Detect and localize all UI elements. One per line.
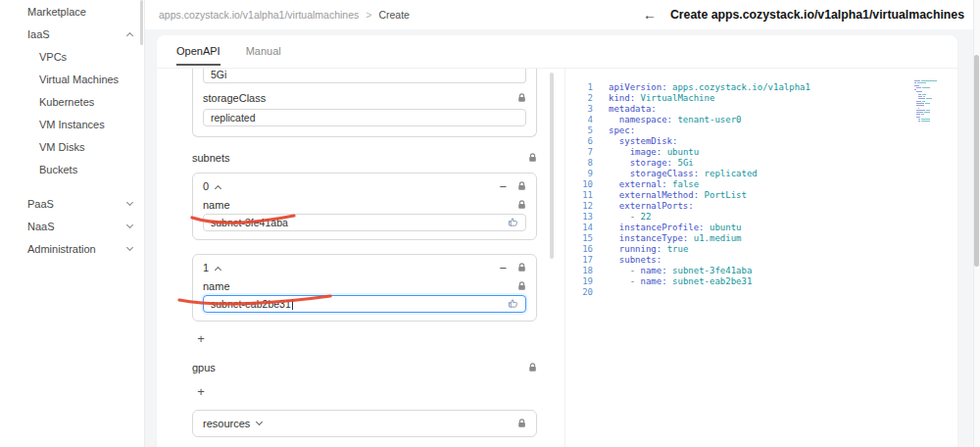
subnet-0-name-input[interactable]: subnet-3fe41aba	[203, 214, 526, 231]
line-number: 12	[565, 201, 609, 212]
lock-icon[interactable]	[517, 263, 526, 273]
subnets-section-label: subnets	[192, 151, 537, 165]
code-line: 5spec:	[565, 125, 957, 136]
openapi-form: 5Gi storageClass replicated subnets 0 −	[192, 69, 537, 447]
sidebar: MarketplaceIaaSVPCsVirtual MachinesKuber…	[0, 0, 145, 447]
breadcrumb-path[interactable]: apps.cozystack.io/v1alpha1/virtualmachin…	[159, 9, 359, 21]
lock-icon[interactable]	[517, 200, 526, 210]
tab-openapi[interactable]: OpenAPI	[176, 45, 220, 66]
page-title: Create apps.cozystack.io/v1alpha1/virtua…	[670, 8, 964, 22]
sidebar-item-label: Marketplace	[27, 6, 86, 18]
line-number: 5	[565, 125, 609, 136]
resources-card[interactable]: resources	[192, 410, 537, 437]
back-arrow-icon[interactable]: ←	[643, 8, 657, 22]
storage-value: 5Gi	[211, 69, 226, 80]
remove-item-icon[interactable]: −	[499, 180, 507, 193]
chevron-down-icon	[256, 419, 263, 425]
sidebar-item-iaas[interactable]: IaaS	[0, 23, 144, 45]
line-number: 1	[565, 82, 609, 93]
line-number: 11	[565, 190, 609, 201]
yaml-editor[interactable]: 1apiVersion: apps.cozystack.io/v1alpha12…	[564, 69, 957, 447]
add-subnet-button[interactable]: +	[194, 331, 208, 347]
gpus-label: gpus	[192, 362, 216, 373]
line-number: 9	[565, 169, 609, 179]
storage-input[interactable]: 5Gi	[203, 69, 526, 83]
lock-icon[interactable]	[528, 363, 537, 372]
collapse-chevron-icon[interactable]	[215, 184, 221, 191]
tab-manual[interactable]: Manual	[246, 45, 281, 66]
sidebar-item-kubernetes[interactable]: Kubernetes	[0, 90, 144, 113]
text-cursor	[292, 299, 293, 310]
line-number: 19	[565, 276, 609, 287]
sidebar-item-vm-disks[interactable]: VM Disks	[0, 135, 144, 158]
lock-icon[interactable]	[517, 93, 526, 103]
sidebar-item-virtual-machines[interactable]: Virtual Machines	[0, 68, 144, 90]
code-line: 10 external: false	[565, 179, 957, 190]
code-line: 6 systemDisk:	[565, 136, 957, 147]
code-line: 2kind: VirtualMachine	[565, 93, 957, 104]
code-line: 8 storage: 5Gi	[565, 158, 957, 169]
code-line: 20	[565, 287, 957, 298]
code-line: 15 instanceType: u1.medium	[565, 233, 957, 244]
sidebar-item-marketplace[interactable]: Marketplace	[0, 0, 144, 23]
sidebar-item-vpcs[interactable]: VPCs	[0, 45, 144, 68]
storageclass-input[interactable]: replicated	[203, 109, 526, 126]
resources-label: resources	[203, 418, 250, 429]
code-line: 19 - name: subnet-eab2be31	[565, 276, 957, 287]
lock-icon[interactable]	[528, 153, 537, 163]
code-line: 1apiVersion: apps.cozystack.io/v1alpha1	[565, 82, 957, 93]
subnet-1-name-label: name	[203, 280, 230, 292]
sidebar-scrollbar-thumb[interactable]	[140, 0, 143, 45]
editor-minimap[interactable]	[914, 80, 942, 125]
collapse-chevron-icon[interactable]	[215, 266, 221, 273]
gpus-section-label: gpus	[192, 361, 537, 374]
chevron-up-icon	[126, 31, 133, 38]
lock-icon[interactable]	[517, 419, 526, 428]
breadcrumb-current: Create	[378, 9, 410, 21]
subnet-0-index: 0	[203, 180, 209, 192]
sidebar-item-paas[interactable]: PaaS	[0, 192, 144, 215]
line-number: 8	[565, 158, 609, 169]
chevron-down-icon	[126, 221, 133, 227]
line-number: 20	[565, 287, 609, 298]
sidebar-item-naas[interactable]: NaaS	[0, 215, 144, 237]
code-line: 17 subnets:	[565, 255, 957, 266]
line-number: 6	[565, 136, 609, 147]
subnet-0-name-label: name	[203, 199, 230, 211]
sidebar-item-buckets[interactable]: Buckets	[0, 158, 144, 180]
line-number: 18	[565, 266, 609, 276]
subnet-item-1-card: 1 − name subnet-eab2be31	[192, 254, 537, 322]
sidebar-item-label: Kubernetes	[39, 96, 94, 108]
code-line: 16 running: true	[565, 244, 957, 255]
code-line: 14 instanceProfile: ubuntu	[565, 223, 957, 233]
breadcrumb-separator: >	[366, 9, 371, 21]
subnet-1-name-input[interactable]: subnet-eab2be31	[203, 295, 526, 313]
code-line: 12 externalPorts:	[565, 201, 957, 212]
form-scrollbar-thumb[interactable]	[550, 73, 554, 259]
sidebar-item-label: Administration	[27, 243, 96, 255]
sidebar-item-label: VM Disks	[39, 141, 84, 153]
top-header: apps.cozystack.io/v1alpha1/virtualmachin…	[145, 0, 980, 29]
line-number: 3	[565, 104, 609, 115]
line-number: 14	[565, 223, 609, 233]
add-gpu-button[interactable]: +	[194, 384, 208, 400]
editor-tabs: OpenAPI Manual	[176, 45, 281, 66]
lock-icon[interactable]	[517, 181, 526, 191]
line-number: 15	[565, 233, 609, 244]
subnet-1-index: 1	[203, 262, 209, 273]
sidebar-item-vm-instances[interactable]: VM Instances	[0, 113, 144, 135]
remove-item-icon[interactable]: −	[499, 262, 507, 274]
yaml-code: 1apiVersion: apps.cozystack.io/v1alpha12…	[565, 69, 957, 298]
code-line: 11 externalMethod: PortList	[565, 190, 957, 201]
code-line: 4 namespace: tenant-user0	[565, 115, 957, 125]
sidebar-item-administration[interactable]: Administration	[0, 237, 144, 260]
storageclass-value: replicated	[211, 112, 256, 124]
thumbs-up-icon[interactable]	[508, 298, 518, 311]
sidebar-item-label: Virtual Machines	[39, 74, 119, 85]
subnet-1-name-value: subnet-eab2be31	[211, 298, 291, 310]
thumbs-up-icon[interactable]	[508, 217, 518, 229]
subnets-label: subnets	[192, 152, 230, 164]
page-scrollbar-thumb[interactable]	[974, 55, 979, 267]
main-panel: OpenAPI Manual 5Gi storageClass replicat…	[157, 35, 957, 447]
lock-icon[interactable]	[517, 281, 526, 291]
